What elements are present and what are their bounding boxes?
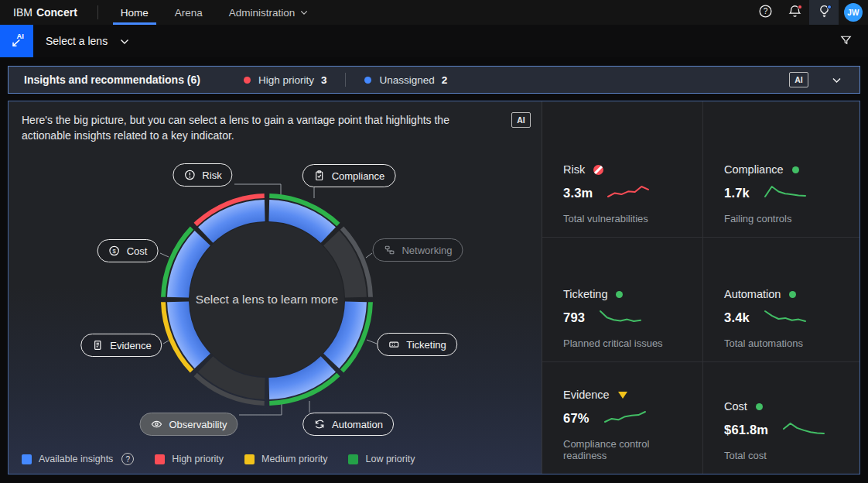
lens-pill-evidence[interactable]: Evidence (80, 334, 162, 357)
lens-pill-observability[interactable]: Observability (139, 413, 238, 436)
ai-lens-icon: AI (9, 32, 26, 51)
critical-status-icon (593, 165, 603, 175)
insights-bar: Insights and recommendations (6) High pr… (8, 66, 860, 94)
risk-icon (183, 169, 196, 181)
metric-description: Total automations (724, 337, 849, 349)
metric-card-title: Compliance (724, 163, 849, 176)
good-status-icon (756, 403, 763, 410)
high-priority-dot (244, 77, 251, 84)
ai-assistant-button[interactable] (809, 0, 839, 25)
metric-cards-grid: Risk3.3mTotal vulnerabilitiesCompliance1… (542, 101, 859, 474)
metric-card-title: Risk (563, 163, 692, 176)
legend-item-medium-priority: Medium priority (244, 454, 327, 464)
legend-swatch (244, 454, 255, 464)
metric-name: Cost (724, 400, 747, 413)
metric-value: 793 (563, 310, 585, 325)
connector-ticketing (367, 340, 377, 344)
select-a-lens-dropdown[interactable]: Select a lens (46, 35, 129, 47)
lens-pill-label: Networking (402, 245, 452, 256)
metric-name: Evidence (563, 389, 610, 401)
svg-text:AI: AI (16, 33, 23, 40)
metric-value: $61.8m (724, 423, 768, 437)
ai-badge: AI (511, 112, 531, 128)
nav-item-label: Home (121, 7, 149, 19)
lens-pill-ticketing[interactable]: Ticketing (377, 333, 457, 356)
primary-nav: HomeArenaAdministration (108, 0, 322, 25)
help-icon[interactable]: ? (121, 453, 134, 465)
metric-name: Automation (724, 288, 781, 300)
intro-text: Here's the big picture, but you can sele… (22, 112, 492, 144)
metric-description: Compliance control readiness (563, 438, 692, 461)
slash (594, 165, 603, 173)
high-priority-label: High priority (258, 74, 314, 86)
metric-value: 67% (563, 411, 589, 426)
nav-item-administration[interactable]: Administration (216, 0, 322, 25)
main-panel: Select a lens to learn more ComplianceNe… (8, 101, 860, 474)
ticketing-icon (388, 338, 400, 351)
evidence-icon (91, 339, 104, 351)
help-button[interactable]: ? (750, 0, 780, 25)
connector-evidence (163, 341, 169, 344)
metric-card-evidence[interactable]: Evidence67%Compliance control readiness (542, 362, 702, 474)
sparkline-chart (764, 185, 807, 201)
lens-pill-label: Observability (169, 419, 227, 430)
ai-lens-tile-button[interactable]: AI (0, 25, 33, 57)
metric-card-risk[interactable]: Risk3.3mTotal vulnerabilities (542, 101, 702, 237)
header-actions: ?JW (750, 0, 868, 25)
good-status-icon (789, 291, 796, 298)
metric-card-title: Evidence (563, 389, 692, 401)
legend-swatch (155, 454, 165, 464)
legend-label: High priority (172, 454, 224, 464)
sparkline-chart (599, 310, 642, 326)
brand-name: Concert (36, 6, 77, 19)
metric-card-cost[interactable]: Cost$61.8mTotal cost (703, 362, 859, 474)
metric-card-title: Cost (724, 400, 849, 413)
good-status-icon (616, 291, 623, 298)
lens-pill-automation[interactable]: Automation (302, 413, 394, 436)
metric-value-row: 793 (563, 310, 692, 326)
legend-swatch (348, 454, 358, 464)
notifications-button[interactable] (780, 0, 809, 25)
help-icon: ? (758, 4, 773, 21)
avatar-initials: JW (844, 3, 863, 22)
lens-pill-cost[interactable]: $Cost (97, 239, 159, 262)
top-nav: IBM Concert HomeArenaAdministration ?JW (0, 0, 868, 25)
metric-description: Total vulnerabilities (563, 213, 692, 224)
metric-value-row: 3.3m (563, 185, 692, 201)
lens-overview-panel: Select a lens to learn more ComplianceNe… (9, 101, 542, 474)
stat-divider (345, 73, 346, 87)
nav-item-label: Administration (229, 7, 296, 19)
chart-legend: Available insights?High priorityMedium p… (22, 453, 415, 465)
brand[interactable]: IBM Concert (0, 0, 97, 25)
lens-bar: AI Select a lens (0, 25, 868, 57)
metric-value: 3.3m (563, 186, 593, 200)
metric-card-title: Ticketing (563, 288, 692, 300)
filter-icon (839, 33, 853, 49)
notifications-badge-dot (798, 5, 802, 9)
metric-card-ticketing[interactable]: Ticketing793Planned critical issues (542, 238, 702, 361)
filter-button[interactable] (832, 28, 859, 54)
metric-name: Ticketing (563, 288, 607, 300)
legend-item-available-insights: Available insights? (22, 453, 134, 465)
metric-card-title: Automation (724, 288, 849, 300)
lens-pill-label: Risk (202, 170, 221, 181)
lens-pill-compliance[interactable]: Compliance (302, 164, 396, 187)
legend-label: Low priority (365, 454, 415, 464)
lens-pill-risk[interactable]: Risk (173, 163, 232, 187)
nav-item-arena[interactable]: Arena (162, 0, 216, 25)
metric-description: Failing controls (724, 213, 849, 224)
nav-item-home[interactable]: Home (108, 0, 162, 25)
unassigned-dot (364, 77, 371, 84)
sparkline-chart (607, 185, 650, 201)
metric-card-compliance[interactable]: Compliance1.7kFailing controls (703, 101, 859, 237)
avatar[interactable]: JW (839, 0, 868, 25)
legend-label: Available insights (39, 454, 113, 464)
lens-pill-label: Evidence (110, 340, 151, 351)
high-priority-count: 3 (321, 74, 327, 86)
metric-card-automation[interactable]: Automation3.4kTotal automations (703, 238, 859, 361)
unassigned-stat: Unassigned 2 (364, 74, 447, 86)
legend-item-high-priority: High priority (155, 454, 224, 464)
good-status-icon (792, 166, 799, 173)
metric-value-row: 67% (563, 410, 692, 426)
collapse-insights-button[interactable] (825, 69, 847, 91)
